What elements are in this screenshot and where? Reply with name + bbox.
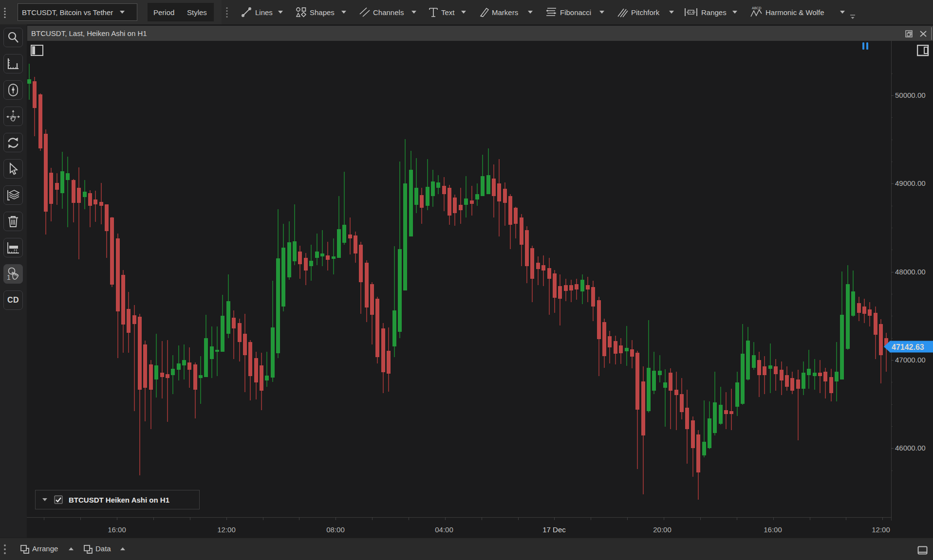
svg-text:1: 1 [7, 273, 11, 281]
svg-text:47142.63: 47142.63 [892, 343, 924, 351]
svg-text:ABCD: ABCD [752, 6, 761, 10]
